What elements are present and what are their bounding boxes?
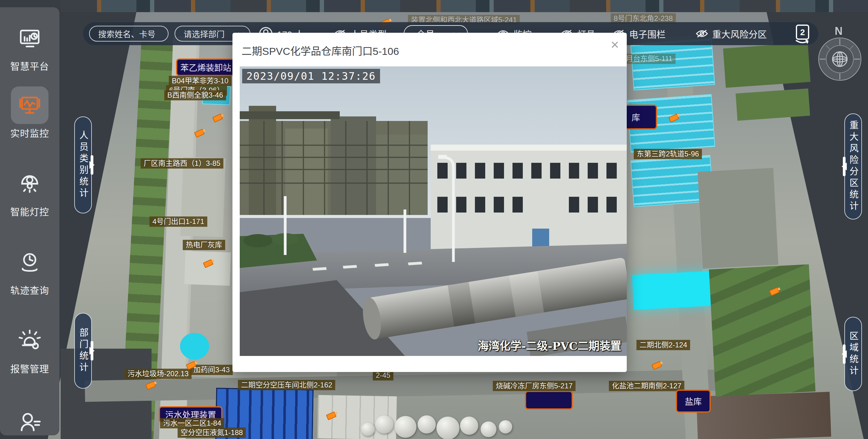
tab-label: 重大风险分区统计	[846, 120, 860, 212]
map-label[interactable]: 4号门出口1-171	[149, 216, 207, 227]
camera-marker-icon[interactable]	[769, 287, 779, 296]
search-input[interactable]: 搜索姓名、卡号	[89, 26, 168, 41]
track-query-icon	[18, 251, 41, 274]
map-lawn	[709, 264, 815, 397]
map-label[interactable]: 盐库	[676, 389, 711, 413]
tab-label: 人员类别统计	[76, 130, 90, 200]
smart-light-icon	[18, 172, 41, 195]
screen-cast-icon: 2	[793, 24, 812, 45]
map-tank	[395, 416, 416, 438]
map-tank	[417, 415, 436, 434]
map-warehouse-roof	[696, 392, 831, 439]
map-label[interactable]: 化盐池二期南侧2-127	[609, 381, 684, 391]
map-building	[184, 251, 231, 286]
compass-north-label: N	[835, 25, 842, 37]
compass-icon	[817, 36, 863, 82]
tab-major-risk-zone-stats[interactable]: 重大风险分区统计	[844, 113, 862, 220]
map-green-strip	[121, 42, 174, 439]
map-tank	[481, 421, 496, 437]
map-label[interactable]: 厂区南主路西（1）3-85	[141, 158, 223, 169]
map-tank	[361, 422, 375, 436]
toggle-risk-zone-label: 重大风险分区	[712, 27, 767, 40]
map-label[interactable]: 月台东侧5-111	[623, 54, 676, 64]
camera-marker-icon[interactable]	[212, 114, 223, 123]
camera-modal: 二期SPVC化学品仓库南门口5-106 ×	[232, 33, 627, 372]
camera-timestamp: 2023/09/01 12:37:26	[242, 69, 380, 83]
sidebar-item-user[interactable]	[11, 404, 49, 439]
map-label[interactable]: 二期空分空压车间北侧2-162	[238, 380, 335, 390]
screen-cast-button[interactable]: 2	[793, 24, 812, 46]
map-label[interactable]: 苯乙烯装卸站	[176, 59, 236, 76]
map-label[interactable]: 空分空压液氮1-188	[178, 428, 246, 438]
sidebar-item-label: 智能灯控	[10, 204, 49, 218]
map-tank	[460, 416, 478, 435]
map-label[interactable]: 加药间3-43	[190, 365, 233, 375]
map-label[interactable]: 污水垃圾场-202.13	[125, 369, 191, 379]
map-label[interactable]	[525, 391, 573, 410]
map-highlight-building	[630, 38, 715, 90]
tab-label: 部门统计	[76, 328, 90, 374]
map-tank	[375, 415, 393, 434]
user-list-icon	[18, 411, 42, 435]
map-label[interactable]: B04甲苯非芳3-10	[169, 76, 231, 86]
sidebar-item-label: 实时监控	[10, 126, 49, 140]
map-label[interactable]: 烧碱冷冻厂房东侧5-217	[493, 381, 576, 391]
screen-cast-badge: 2	[800, 28, 805, 37]
map-ground	[698, 168, 778, 269]
tab-department-stats[interactable]: 部门统计	[74, 313, 92, 389]
arrow-left-icon	[838, 350, 847, 358]
sidebar-item-realtime-monitor[interactable]: 实时监控	[10, 86, 49, 140]
map-road	[664, 36, 711, 439]
camera-marker-icon[interactable]	[203, 259, 213, 268]
toggle-risk-zone[interactable]: 重大风险分区	[696, 27, 767, 40]
map-top-structures	[61, 0, 868, 12]
sidebar-item-label: 报警管理	[10, 361, 49, 375]
camera-watermark: 海湾化学-二级-PVC二期装置	[478, 337, 621, 353]
map-highlight-pool	[632, 271, 716, 310]
camera-marker-icon[interactable]	[326, 411, 336, 420]
map-label[interactable]: 二期北侧2-124	[637, 340, 690, 350]
sidebar-item-label: 智慧平台	[10, 59, 49, 72]
camera-scene	[240, 66, 627, 356]
map-tank	[499, 420, 512, 434]
tab-label: 区域统计	[846, 331, 860, 377]
camera-marker-icon[interactable]	[668, 114, 679, 123]
map-label[interactable]: 热电厂灰库	[183, 240, 225, 250]
realtime-monitor-icon	[18, 94, 41, 117]
compass[interactable]	[817, 36, 863, 83]
sidebar: 智慧平台 实时监控	[0, 7, 59, 435]
sidebar-item-label: 轨迹查询	[10, 283, 49, 296]
arrow-right-icon	[89, 161, 98, 169]
camera-modal-title: 二期SPVC化学品仓库南门口5-106	[242, 43, 399, 58]
map-tank	[436, 416, 460, 439]
map-label[interactable]: B西南侧全貌3-46	[164, 90, 226, 100]
sidebar-item-alarm-manage[interactable]: 报警管理	[10, 322, 49, 375]
toggle-fence-label: 电子围栏	[629, 27, 665, 40]
map-label[interactable]: 东第三跨2轨道5-96	[634, 149, 702, 159]
arrow-right-icon	[89, 347, 98, 355]
sidebar-item-track-query[interactable]: 轨迹查询	[10, 243, 49, 296]
camera-feed-image: 2023/09/01 12:37:26 海湾化学-二级-PVC二期装置	[240, 66, 627, 356]
map-pool	[180, 333, 209, 359]
arrow-left-icon	[838, 163, 847, 170]
tab-area-stats[interactable]: 区域统计	[844, 317, 862, 391]
eye-slash-icon	[696, 29, 708, 38]
department-select-placeholder: 请选择部门	[184, 28, 224, 40]
close-icon[interactable]: ×	[611, 37, 619, 52]
alarm-manage-icon	[18, 329, 41, 352]
app-screen: 苯乙烯装卸站B04甲苯非芳3-106号门南（3-96）B西南侧全貌3-46厂区南…	[0, 0, 868, 439]
camera-marker-icon[interactable]	[145, 381, 156, 390]
map-lawn	[723, 42, 810, 88]
tab-person-category-stats[interactable]: 人员类别统计	[74, 116, 92, 213]
map-label[interactable]: 污水一区二区1-84	[160, 418, 224, 429]
camera-marker-icon[interactable]	[194, 129, 205, 138]
map-lawn	[736, 89, 810, 121]
smart-platform-icon	[18, 27, 41, 50]
map-highlight-building	[630, 155, 713, 207]
sidebar-item-smart-platform[interactable]: 智慧平台	[10, 20, 49, 72]
camera-marker-icon[interactable]	[651, 361, 662, 370]
sidebar-item-smart-light[interactable]: 智能灯控	[10, 165, 49, 218]
